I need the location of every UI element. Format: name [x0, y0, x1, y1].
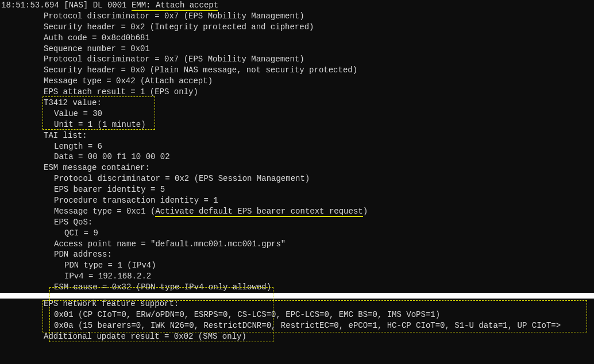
sequence: 0001	[107, 1, 127, 10]
field-t3412-unit: Unit = 1 (1 minute)	[0, 119, 594, 130]
nas-tag: [NAS]	[64, 1, 88, 10]
field-qci: QCI = 9	[0, 228, 594, 239]
message-title: EMM: Attach accept	[132, 1, 218, 11]
field-apn: Access point name = "default.mnc001.mcc0…	[0, 239, 594, 250]
field-pdn-type: PDN type = 1 (IPv4)	[0, 260, 594, 271]
field-tai-length: Length = 6	[0, 141, 594, 152]
field-protocol-disc-2: Protocol discriminator = 0x7 (EPS Mobili…	[0, 54, 594, 65]
esm-msg-suffix: )	[363, 207, 368, 216]
field-sequence-number: Sequence number = 0x01	[0, 44, 594, 55]
field-t3412-label: T3412 value:	[0, 98, 594, 109]
header-line: 18:51:53.694 [NAS] DL 0001 EMM: Attach a…	[0, 0, 594, 11]
field-esm-cause: ESM cause = 0x32 (PDN type IPv4 only all…	[0, 282, 594, 293]
field-eps-feature-label: EPS network feature support:	[0, 299, 594, 309]
timestamp: 18:51:53.694	[1, 1, 59, 10]
field-esm-label: ESM message container:	[0, 162, 594, 173]
field-protocol-disc-1: Protocol discriminator = 0x7 (EPS Mobili…	[0, 11, 594, 22]
field-tai-label: TAI list:	[0, 130, 594, 141]
direction: DL	[93, 1, 103, 10]
field-esm-msg-type: Message type = 0xc1 (Activate default EP…	[0, 206, 594, 217]
field-esm-bearer: EPS bearer identity = 5	[0, 184, 594, 195]
log-segment-top: 18:51:53.694 [NAS] DL 0001 EMM: Attach a…	[0, 0, 594, 293]
field-eps-qos-label: EPS QoS:	[0, 217, 594, 228]
field-esm-protocol: Protocol discriminator = 0x2 (EPS Sessio…	[0, 173, 594, 184]
field-esm-proc: Procedure transaction identity = 1	[0, 195, 594, 206]
field-tai-data: Data = 00 00 f1 10 00 02	[0, 152, 594, 162]
gap-separator	[0, 293, 594, 299]
field-attach-result: EPS attach result = 1 (EPS only)	[0, 87, 594, 98]
esm-msg-prefix: Message type = 0xc1 (	[54, 207, 155, 216]
field-auth-code: Auth code = 0x8cd0b681	[0, 33, 594, 44]
field-additional-update: Additional update result = 0x02 (SMS onl…	[0, 331, 594, 342]
field-eps-feature-1: 0x01 (CP CIoT=0, ERw/oPDN=0, ESRPS=0, CS…	[0, 309, 594, 320]
field-security-header-2: Security header = 0x0 (Plain NAS message…	[0, 65, 594, 76]
field-pdn-ipv4: IPv4 = 192.168.2.2	[0, 271, 594, 282]
log-segment-bottom: EPS network feature support: 0x01 (CP CI…	[0, 299, 594, 342]
field-t3412-value: Value = 30	[0, 109, 594, 119]
esm-msg-highlight: Activate default EPS bearer context requ…	[155, 207, 362, 217]
field-pdn-label: PDN address:	[0, 249, 594, 260]
field-security-header-1: Security header = 0x2 (Integrity protect…	[0, 22, 594, 33]
field-message-type: Message type = 0x42 (Attach accept)	[0, 76, 594, 87]
field-eps-feature-2: 0x0a (15 bearers=0, IWK N26=0, RestrictD…	[0, 320, 594, 331]
